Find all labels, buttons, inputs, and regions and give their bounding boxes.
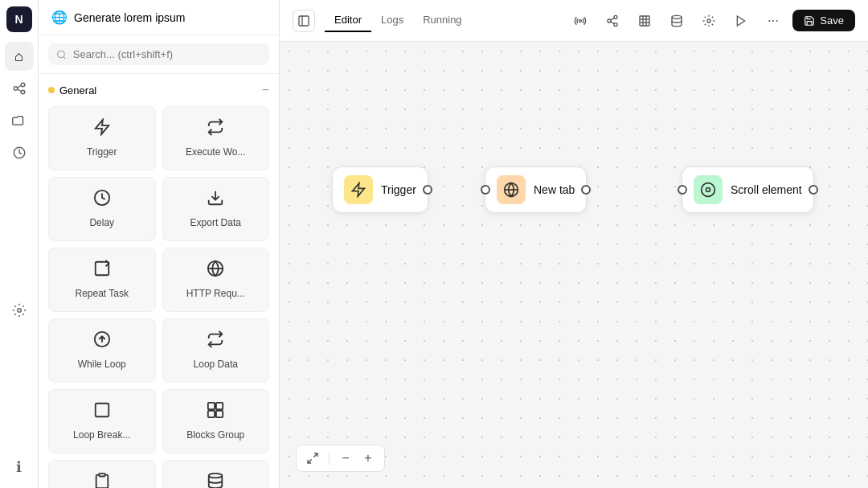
svg-point-23 <box>209 474 223 478</box>
svg-point-26 <box>579 19 582 22</box>
while-loop-label: While Loop <box>78 359 126 370</box>
node-new-tab[interactable]: New tab <box>485 166 587 213</box>
svg-point-41 <box>772 20 774 22</box>
svg-rect-19 <box>216 403 223 409</box>
trigger-node-label: Trigger <box>381 183 416 196</box>
svg-marker-39 <box>738 16 745 26</box>
scroll-element-output-port[interactable] <box>809 185 818 195</box>
item-delay[interactable]: Delay <box>48 177 156 241</box>
search-icon <box>56 49 67 60</box>
nav-info[interactable]: ℹ <box>5 453 34 482</box>
zoom-controls: − + <box>296 445 385 472</box>
broadcast-btn[interactable] <box>567 8 593 34</box>
svg-line-8 <box>63 56 65 58</box>
sidebar-search-area <box>39 35 279 74</box>
svg-line-4 <box>17 89 21 92</box>
trigger-label: Trigger <box>87 146 117 158</box>
trigger-output-port[interactable] <box>423 185 432 195</box>
svg-line-3 <box>17 85 21 88</box>
delay-label: Delay <box>89 217 114 228</box>
nav-folder[interactable] <box>5 106 34 135</box>
section-collapse-btn[interactable]: − <box>262 84 269 96</box>
save-icon <box>804 15 815 27</box>
svg-point-6 <box>17 308 21 312</box>
clipboard-icon <box>93 472 111 488</box>
item-export-data[interactable]: Export Data <box>162 177 270 241</box>
settings-btn[interactable] <box>696 8 722 34</box>
svg-rect-17 <box>96 404 109 417</box>
svg-line-31 <box>611 18 615 20</box>
item-while-loop[interactable]: While Loop <box>48 318 156 383</box>
node-trigger[interactable]: Trigger <box>332 166 428 213</box>
new-tab-node-icon <box>497 175 526 204</box>
app-logo[interactable]: N <box>6 6 32 32</box>
item-insert-data[interactable]: Insert Data <box>162 460 270 488</box>
table-btn[interactable] <box>632 8 657 34</box>
tab-editor[interactable]: Editor <box>325 9 371 32</box>
tab-logs[interactable]: Logs <box>371 9 413 32</box>
svg-point-28 <box>608 19 611 23</box>
zoom-in-btn[interactable]: + <box>358 449 378 468</box>
item-trigger[interactable]: Trigger <box>48 106 156 170</box>
nav-settings[interactable] <box>5 296 34 325</box>
item-clipboard[interactable]: Clipboard <box>48 460 156 488</box>
topbar-tabs: Editor Logs Running <box>325 9 472 32</box>
svg-line-30 <box>611 22 615 24</box>
svg-line-55 <box>313 453 317 457</box>
main-content: Editor Logs Running <box>280 0 868 488</box>
workflow-globe-icon: 🌐 <box>51 10 68 25</box>
svg-point-46 <box>702 183 715 197</box>
item-execute-workflow[interactable]: Execute Wo... <box>162 106 270 170</box>
item-loop-data[interactable]: Loop Data <box>162 318 270 383</box>
sidebar-items-list: General − Trigger E <box>39 74 279 488</box>
scroll-element-node-label: Scroll element <box>731 183 802 196</box>
share-btn[interactable] <box>600 8 625 34</box>
nav-workflow[interactable] <box>5 74 34 103</box>
node-scroll-element[interactable]: Scroll element <box>682 166 814 213</box>
item-http-request[interactable]: HTTP Requ... <box>162 248 270 312</box>
loop-break-icon <box>93 401 111 423</box>
play-btn[interactable] <box>728 8 754 34</box>
trigger-node-icon <box>344 175 373 204</box>
save-button[interactable]: Save <box>792 10 855 31</box>
search-input[interactable] <box>73 48 261 60</box>
item-loop-break[interactable]: Loop Break... <box>48 389 156 453</box>
zoom-divider <box>329 452 330 465</box>
items-grid: Trigger Execute Wo... Delay <box>48 106 269 488</box>
nav-home[interactable]: ⌂ <box>5 42 34 71</box>
new-tab-input-port[interactable] <box>481 185 490 195</box>
save-label: Save <box>820 14 844 27</box>
nav-history[interactable] <box>5 138 34 167</box>
svg-point-38 <box>707 19 710 23</box>
section-label: General <box>59 84 96 96</box>
fullscreen-btn[interactable] <box>303 449 322 468</box>
section-dot <box>48 87 55 93</box>
scroll-element-input-port[interactable] <box>678 185 687 195</box>
sidebar-workflow-title[interactable]: 🌐 Generate lorem ipsum <box>39 0 279 35</box>
loop-data-label: Loop Data <box>194 359 238 370</box>
panel-toggle-btn[interactable] <box>293 10 315 32</box>
tab-running[interactable]: Running <box>413 9 471 32</box>
svg-rect-32 <box>640 16 649 26</box>
item-repeat-task[interactable]: Repeat Task <box>48 248 156 312</box>
item-blocks-group[interactable]: Blocks Group <box>162 389 270 453</box>
svg-point-2 <box>21 90 25 94</box>
database-btn[interactable] <box>664 8 690 34</box>
topbar: Editor Logs Running <box>280 0 868 42</box>
more-options-btn[interactable] <box>760 8 786 34</box>
execute-workflow-icon <box>207 118 224 140</box>
left-navigation: N ⌂ ℹ <box>0 0 39 488</box>
workflow-canvas[interactable]: Trigger New tab <box>280 42 868 488</box>
svg-point-42 <box>776 20 778 22</box>
svg-point-0 <box>14 87 18 91</box>
svg-rect-21 <box>216 411 223 417</box>
canvas-background <box>280 42 868 488</box>
svg-rect-24 <box>299 16 309 26</box>
repeat-task-label: Repeat Task <box>76 288 129 299</box>
http-request-icon <box>207 260 224 281</box>
zoom-out-btn[interactable]: − <box>336 449 355 468</box>
scroll-element-node-icon <box>694 175 723 204</box>
topbar-action-buttons: Save <box>567 8 855 34</box>
svg-rect-20 <box>208 411 215 417</box>
new-tab-output-port[interactable] <box>581 185 591 195</box>
